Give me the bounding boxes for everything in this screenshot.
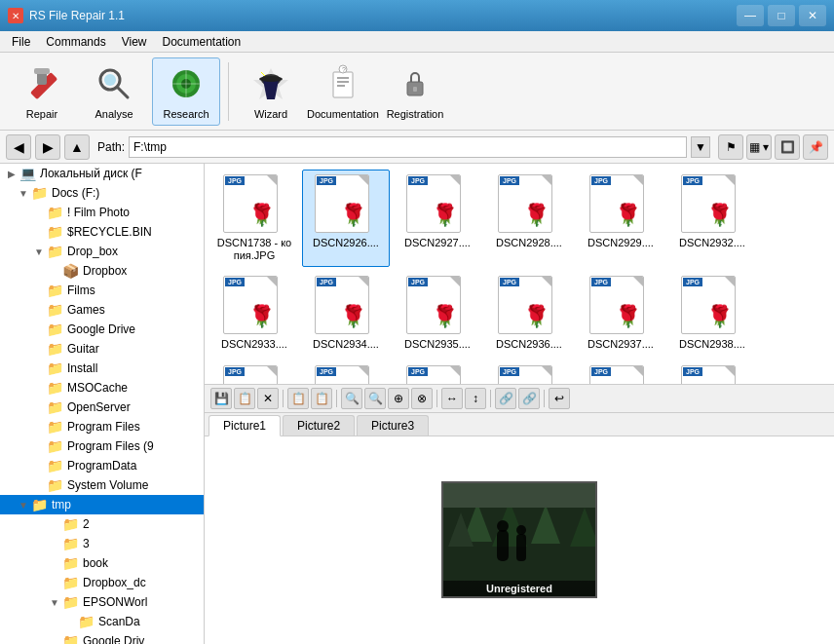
sidebar-item-label: Drop_box [67,245,118,258]
file-item[interactable]: JPG 🌹 DSCN2941.... [394,360,481,384]
sidebar-item-film-photo[interactable]: 📁 ! Film Photo [0,203,204,222]
sidebar-item-guitar[interactable]: 📁 Guitar [0,339,204,359]
sidebar-item-dropbox-inner[interactable]: 📦 Dropbox [0,261,204,281]
zoom-out-button[interactable]: 🔍 [364,388,386,409]
sidebar-item-games[interactable]: 📁 Games [0,300,204,320]
file-item[interactable]: JPG 🌹 DSCN2940.... [302,360,390,384]
rotate-right-button[interactable]: ↕ [465,388,486,409]
file-item[interactable]: JPG 🌹 DSCN2934.... [302,271,390,356]
svg-rect-16 [333,72,353,97]
file-item[interactable]: JPG 🌹 DSCN2939.... [210,360,298,384]
file-item[interactable]: JPG 🌹 DSCN2928.... [485,170,573,267]
sidebar-item-films[interactable]: 📁 Films [0,281,204,300]
btn-12[interactable]: 🔗 [495,388,516,409]
documentation-button[interactable]: ? Documentation [309,57,377,126]
analyse-button[interactable]: Analyse [80,57,148,126]
save-button[interactable]: 💾 [210,388,232,409]
sidebar-item-book[interactable]: 📁 book [0,553,204,573]
file-item[interactable]: JPG 🌹 DSCN2929.... [577,170,664,267]
file-item[interactable]: JPG 🌹 DSCN2933.... [210,271,298,356]
sidebar-item-install[interactable]: 📁 Install [0,359,204,378]
file-item[interactable]: JPG 🌹 DSCN2942.... [485,360,573,384]
sidebar-item-program-files-x86[interactable]: 📁 Program Files (9 [0,436,204,456]
file-item[interactable]: JPG 🌹 DSCN2932.... [668,170,756,267]
menu-file[interactable]: File [4,33,38,51]
nav-forward-button[interactable]: ▶ [35,134,60,160]
file-item[interactable]: JPG 🌹 DSCN2927.... [394,170,481,267]
path-dropdown-button[interactable]: ▼ [691,136,710,158]
addr-btn-4[interactable]: 📌 [803,134,828,160]
menu-view[interactable]: View [114,33,155,51]
menu-documentation[interactable]: Documentation [155,33,249,51]
delete-button[interactable]: ✕ [257,388,279,409]
sidebar-item-docs[interactable]: ▼ 📁 Docs (F:) [0,183,204,203]
minimize-button[interactable]: — [737,5,764,26]
file-name: DSCN2937.... [588,338,654,351]
btn-8[interactable]: ⊕ [388,388,409,409]
tab-picture3[interactable]: Picture3 [357,415,429,436]
file-item[interactable]: JPG 🌹 DSCN2938.... [668,271,756,356]
sidebar-item-local-disk[interactable]: ▶ 💻 Локальный диск (F [0,164,204,183]
rotate-left-button[interactable]: ↔ [441,388,463,409]
wizard-button[interactable]: Wizard [237,57,305,126]
analyse-icon [94,63,134,104]
sidebar-item-programdata[interactable]: 📁 ProgramData [0,456,204,475]
sidebar-item-2[interactable]: 📁 2 [0,514,204,534]
btn-13[interactable]: 🔗 [518,388,540,409]
file-item[interactable]: JPG 🌹 DSCN2943.... [577,360,664,384]
file-thumbnail: JPG 🌹 [406,174,469,237]
sidebar-item-google-drive[interactable]: 📁 Google Drive [0,320,204,339]
file-item[interactable]: JPG 🌹 DSCN2935.... [394,271,481,356]
file-thumbnail: JPG 🌹 [223,174,285,237]
file-item[interactable]: JPG 🌹 DSCN2936.... [485,271,573,356]
nav-back-button[interactable]: ◀ [6,134,31,160]
svg-rect-31 [443,483,597,508]
sidebar-item-dropbox-dc[interactable]: 📁 Dropbox_dc [0,573,204,592]
wizard-icon [250,63,291,104]
sidebar-item-dropbox[interactable]: ▼ 📁 Drop_box [0,242,204,261]
svg-point-14 [259,76,283,82]
sidebar-item-tmp[interactable]: ▼ 📁 tmp [0,495,204,514]
sidebar-item-3[interactable]: 📁 3 [0,534,204,553]
sidebar-item-scanda[interactable]: 📁 ScanDa [0,612,204,631]
path-input[interactable] [129,136,687,158]
close-button[interactable]: ✕ [799,5,826,26]
sidebar-item-google-driv[interactable]: 📁 Google Driv [0,631,204,644]
file-name: DSCN2938.... [679,338,745,351]
copy-button[interactable]: 📋 [234,388,255,409]
file-item[interactable]: JPG 🌹 DSCN2937.... [577,271,664,356]
sidebar-item-openserver[interactable]: 📁 OpenServer [0,398,204,417]
sidebar-item-recycle[interactable]: 📁 $RECYCLE.BIN [0,222,204,242]
app-title: RS File Repair 1.1 [29,9,125,22]
zoom-in-button[interactable]: 🔍 [341,388,362,409]
back-button[interactable]: ↩ [549,388,570,409]
sidebar-item-epson[interactable]: ▼ 📁 EPSONWorl [0,592,204,612]
svg-line-15 [261,72,265,76]
nav-up-button[interactable]: ▲ [64,134,90,160]
svg-line-5 [117,87,128,97]
btn-9[interactable]: ⊗ [411,388,433,409]
folder-icon: 📁 [47,360,64,376]
btn-4[interactable]: 📋 [287,388,309,409]
file-item[interactable]: JPG 🌹 DSCN2926.... [302,170,390,267]
menu-commands[interactable]: Commands [38,33,113,51]
view-toggle-button[interactable]: ▦ ▾ [746,134,772,160]
file-item[interactable]: JPG 🌹 DSCN1738 - копия.JPG [210,170,298,267]
registration-button[interactable]: Registration [381,57,449,126]
maximize-button[interactable]: □ [768,5,795,26]
sidebar-item-label: ScanDa [98,615,140,628]
svg-point-4 [104,74,116,86]
addr-btn-3[interactable]: 🔲 [775,134,800,160]
research-button[interactable]: Research [152,57,220,126]
btn-5[interactable]: 📋 [311,388,332,409]
addr-btn-1[interactable]: ⚑ [718,134,743,160]
sidebar-item-label: Games [67,303,105,317]
sidebar-item-system-volume[interactable]: 📁 System Volume [0,475,204,495]
sidebar-item-msocache[interactable]: 📁 MSOCache [0,378,204,398]
repair-button[interactable]: Repair [8,57,76,126]
folder-icon: 📁 [47,419,64,435]
file-item[interactable]: JPG 🌹 DSCN2944.... [668,360,756,384]
tab-picture1[interactable]: Picture1 [208,415,281,436]
tab-picture2[interactable]: Picture2 [283,415,355,436]
sidebar-item-program-files[interactable]: 📁 Program Files [0,417,204,436]
